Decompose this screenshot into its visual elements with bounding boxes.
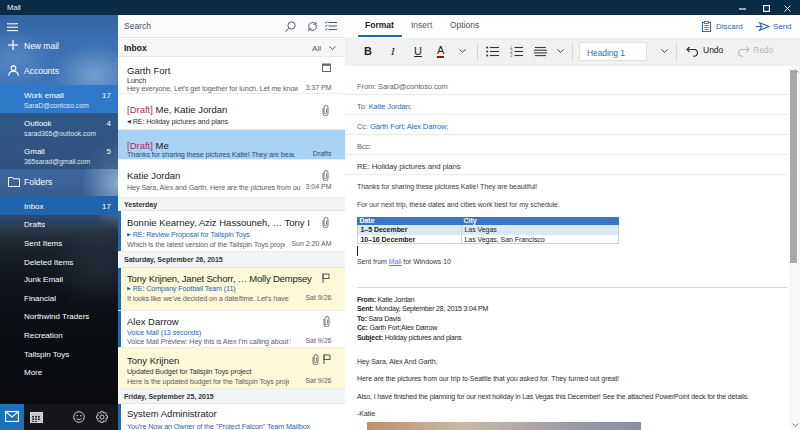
svg-text:3: 3 bbox=[510, 53, 513, 57]
